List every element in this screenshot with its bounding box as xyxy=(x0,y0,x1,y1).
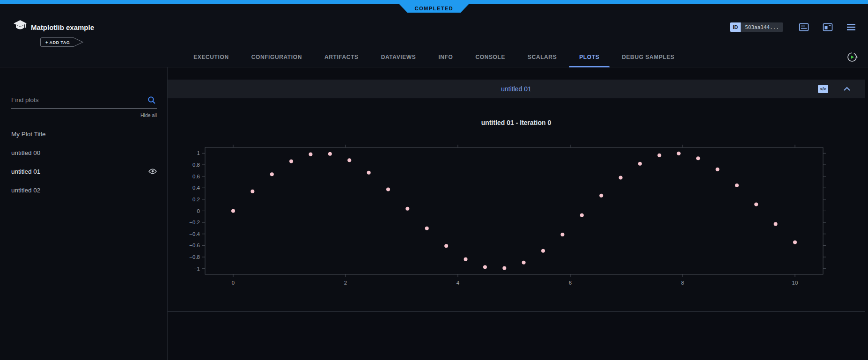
y-tick-label: 0.2 xyxy=(192,197,200,202)
scatter-point xyxy=(328,152,332,156)
y-tick-label: −0.8 xyxy=(189,254,200,260)
scatter-point xyxy=(483,265,487,269)
y-tick-label: −0.6 xyxy=(189,242,200,248)
scatter-point xyxy=(309,153,312,156)
image-panel-icon[interactable] xyxy=(823,22,833,32)
scatter-point xyxy=(541,249,545,253)
scatter-point xyxy=(386,188,390,191)
plot-list-item[interactable]: My Plot Title xyxy=(11,125,157,143)
y-tick-label: 1 xyxy=(197,150,200,156)
tab-scalars[interactable]: SCALARS xyxy=(517,47,567,67)
x-tick-label: 2 xyxy=(344,280,347,286)
hamburger-menu-icon[interactable] xyxy=(846,23,856,31)
scatter-point xyxy=(522,261,526,264)
plot-list-item[interactable]: untitled 02 xyxy=(11,181,157,199)
hide-all-link[interactable]: Hide all xyxy=(11,109,157,122)
scatter-point xyxy=(405,207,409,211)
plot-list: My Plot Title untitled 00 untitled 01 xyxy=(11,125,157,199)
experiment-logo-icon xyxy=(13,19,28,35)
scatter-point xyxy=(250,190,254,193)
tab-info[interactable]: INFO xyxy=(428,47,463,67)
tab-artifacts[interactable]: ARTIFACTS xyxy=(314,47,369,67)
id-label: ID xyxy=(730,22,741,32)
plots-main-area: untitled 01 </> 0246810−1−0.8−0.6−0.4−0.… xyxy=(168,67,868,360)
scatter-point xyxy=(444,244,448,248)
chevron-up-icon[interactable] xyxy=(843,87,851,91)
scatter-point xyxy=(347,158,351,162)
y-tick-label: 0 xyxy=(197,208,200,214)
status-label: COMPLETED xyxy=(415,6,454,11)
tab-debug-samples[interactable]: DEBUG SAMPLES xyxy=(611,47,684,67)
plot-panel-actions: </> xyxy=(818,80,851,98)
search-icon[interactable] xyxy=(147,96,156,106)
auto-refresh-icon[interactable] xyxy=(846,51,858,65)
scatter-point xyxy=(754,202,758,206)
eye-visible-icon[interactable] xyxy=(148,168,157,175)
y-tick-label: 0.8 xyxy=(192,162,200,168)
plot-item-label: untitled 01 xyxy=(11,168,40,175)
tab-bar: EXECUTION CONFIGURATION ARTIFACTS DATAVI… xyxy=(0,47,868,67)
plot-search xyxy=(11,92,157,109)
scatter-point xyxy=(289,160,293,163)
scatter-chart[interactable]: 0246810−1−0.8−0.6−0.4−0.200.20.40.60.81 xyxy=(168,98,865,311)
y-tick-label: −0.4 xyxy=(189,231,200,237)
chart-title: untitled 01 - Iteration 0 xyxy=(168,119,865,126)
scatter-point xyxy=(735,184,739,187)
y-tick-label: −1 xyxy=(194,266,200,272)
scatter-point xyxy=(580,213,584,217)
experiment-title: Matplotlib example xyxy=(31,23,94,31)
y-tick-label: 0.4 xyxy=(192,185,200,191)
scatter-point xyxy=(502,266,506,270)
scatter-point xyxy=(716,168,720,171)
scatter-point xyxy=(464,257,468,261)
tab-console[interactable]: CONSOLE xyxy=(465,47,515,67)
plots-page: Hide all My Plot Title untitled 00 untit… xyxy=(0,67,868,360)
x-tick-label: 6 xyxy=(569,280,572,286)
id-value: 503aa144... xyxy=(741,22,783,32)
scatter-point xyxy=(599,194,603,198)
status-top-bar xyxy=(0,0,868,4)
view-code-button[interactable]: </> xyxy=(818,85,828,93)
x-tick-label: 4 xyxy=(456,280,460,286)
scatter-point xyxy=(657,154,661,157)
scatter-point xyxy=(231,209,235,213)
plot-panel-header: untitled 01 </> xyxy=(168,80,865,98)
scatter-point xyxy=(425,227,429,230)
plot-item-label: untitled 02 xyxy=(11,187,40,194)
plot-item-label: untitled 00 xyxy=(11,149,40,156)
x-tick-label: 0 xyxy=(232,280,235,286)
x-tick-label: 8 xyxy=(681,280,684,286)
plot-item-label: My Plot Title xyxy=(11,131,46,138)
tab-plots[interactable]: PLOTS xyxy=(569,47,610,67)
scatter-point xyxy=(270,172,274,176)
plot-list-item[interactable]: untitled 01 xyxy=(11,162,157,181)
plot-panel-title: untitled 01 xyxy=(168,85,865,93)
y-tick-label: −0.2 xyxy=(189,220,200,225)
tab-configuration[interactable]: CONFIGURATION xyxy=(241,47,312,67)
scatter-point xyxy=(619,176,623,180)
scatter-point xyxy=(560,233,564,236)
add-tag-label: + ADD TAG xyxy=(45,40,70,45)
scatter-point xyxy=(367,171,371,175)
experiment-id-badge[interactable]: ID 503aa144... xyxy=(730,22,783,32)
scatter-point xyxy=(793,241,797,244)
plot-frame xyxy=(205,147,823,274)
header-actions: ID 503aa144... xyxy=(730,22,856,32)
scatter-point xyxy=(638,162,642,166)
tab-execution[interactable]: EXECUTION xyxy=(183,47,239,67)
details-panel-icon[interactable] xyxy=(799,22,809,32)
tab-dataviews[interactable]: DATAVIEWS xyxy=(371,47,427,67)
scatter-point xyxy=(696,156,700,160)
plots-sidebar: Hide all My Plot Title untitled 00 untit… xyxy=(0,67,168,360)
status-ribbon: COMPLETED xyxy=(399,4,469,13)
y-tick-label: 0.6 xyxy=(192,174,200,179)
app-root: COMPLETED Matplotlib example + ADD TAG I… xyxy=(0,0,868,360)
plot-panel-untitled-01: untitled 01 </> 0246810−1−0.8−0.6−0.4−0.… xyxy=(168,80,865,312)
x-tick-label: 10 xyxy=(792,280,798,286)
search-input[interactable] xyxy=(11,92,157,108)
scatter-point xyxy=(677,152,681,155)
plot-list-item[interactable]: untitled 00 xyxy=(11,143,157,162)
scatter-point xyxy=(774,222,778,226)
plot-canvas-area[interactable]: 0246810−1−0.8−0.6−0.4−0.200.20.40.60.81 … xyxy=(168,98,865,311)
